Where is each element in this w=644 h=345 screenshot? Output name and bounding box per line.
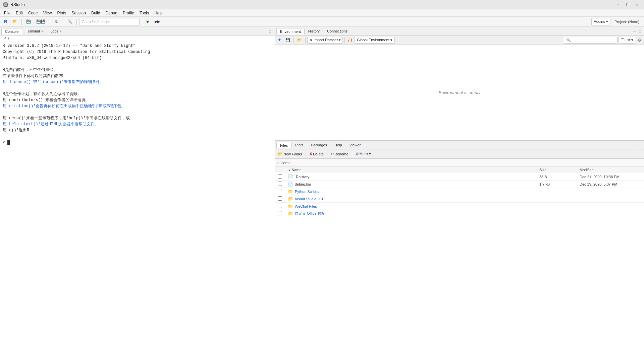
menu-file[interactable]: File — [1, 10, 13, 16]
file-checkbox-cell[interactable] — [275, 181, 285, 188]
env-minimize-icon[interactable]: − — [632, 28, 637, 34]
go-to-file-input[interactable]: Go to file/function — [79, 18, 140, 25]
right-panel: Environment History Connections − □ ✚ — [275, 27, 644, 345]
help-tab[interactable]: Help — [331, 142, 346, 148]
file-checkbox-cell[interactable] — [275, 210, 285, 217]
table-row[interactable]: 📁 Python Scripts — [275, 188, 644, 195]
addins-button[interactable]: Addins ▾ — [591, 18, 610, 25]
find-button[interactable]: 🔍 — [65, 18, 74, 25]
new-script-icon: R — [4, 19, 7, 24]
table-row[interactable]: 📄 debug.log 1.7 kB Dec 19, 2020, 5:07 PM — [275, 181, 644, 188]
file-checkbox-cell[interactable] — [275, 188, 285, 195]
menu-code[interactable]: Code — [25, 10, 41, 16]
table-row[interactable]: 📁 Visual Studio 2019 — [275, 195, 644, 203]
save-all-button[interactable]: 💾💾 — [34, 18, 48, 25]
viewer-tab[interactable]: Viewer — [346, 142, 364, 148]
rename-button[interactable]: ↩ Rename — [329, 151, 350, 157]
env-new-symbol: ✚ — [278, 38, 281, 42]
menu-build[interactable]: Build — [89, 10, 103, 16]
more-button[interactable]: ⚙ More ▾ — [354, 151, 373, 157]
file-checkbox[interactable] — [278, 174, 282, 179]
file-list-container[interactable]: ▲ Name Size Modified — [275, 167, 644, 345]
file-date — [577, 203, 644, 210]
file-name: debug.log — [295, 182, 311, 186]
console-area[interactable]: R version 3.6.2 (2019-12-12) -- "Dark an… — [0, 42, 275, 345]
terminal-tab[interactable]: Terminal × — [22, 28, 47, 34]
file-checkbox[interactable] — [278, 204, 282, 208]
close-button[interactable]: ✕ — [633, 1, 641, 8]
file-name-link[interactable]: 自定义 Office 模板 — [295, 211, 325, 216]
menu-plots[interactable]: Plots — [55, 10, 69, 16]
console-line-4: R是自由软件，不带任何担保。 — [3, 67, 272, 73]
jobs-tab[interactable]: Jobs × — [47, 28, 65, 34]
file-checkbox[interactable] — [278, 182, 282, 186]
new-folder-button[interactable]: 📂 New Folder — [276, 151, 304, 157]
save-icon: 💾 — [26, 19, 31, 24]
console-blank-1 — [3, 61, 272, 67]
source-button[interactable]: ▶▶ — [153, 18, 162, 25]
maximize-button[interactable]: ☐ — [623, 1, 632, 8]
import-dataset-button[interactable]: ▼ Import Dataset ▾ — [307, 37, 343, 44]
history-tab[interactable]: History — [305, 28, 323, 34]
console-line-5: 在某些条件下你可以将其自由散布。 — [3, 73, 272, 79]
console-line-1: R version 3.6.2 (2019-12-12) -- "Dark an… — [3, 43, 272, 49]
modified-header[interactable]: Modified — [577, 167, 644, 173]
name-header-label: Name — [291, 168, 301, 172]
jobs-close-icon[interactable]: × — [60, 29, 62, 33]
save-button[interactable]: 💾 — [24, 18, 33, 25]
env-load-icon[interactable]: 📂 — [296, 37, 304, 44]
table-row[interactable]: 📁 WeChat Files — [275, 203, 644, 210]
env-search-input[interactable]: 🔍 — [564, 37, 618, 44]
files-minimize-icon[interactable]: − — [632, 142, 637, 148]
run-button[interactable]: ▶ — [145, 18, 151, 25]
source-icon: ▶▶ — [155, 19, 160, 24]
size-header[interactable]: Size — [537, 167, 577, 173]
files-maximize-icon[interactable]: □ — [638, 142, 643, 148]
file-checkbox-cell[interactable] — [275, 203, 285, 210]
file-name-link[interactable]: WeChat Files — [295, 204, 317, 208]
delete-button[interactable]: ✘ Delete — [308, 151, 325, 157]
console-line-8: 用'contributors()'来看合作者的详细情况 — [3, 97, 272, 103]
file-checkbox-cell[interactable] — [275, 195, 285, 203]
menu-session[interactable]: Session — [69, 10, 89, 16]
table-row[interactable]: 📁 自定义 Office 模板 — [275, 210, 644, 217]
connections-tab[interactable]: Connections — [323, 28, 351, 34]
terminal-close-icon[interactable]: × — [41, 29, 43, 33]
menu-tools[interactable]: Tools — [137, 10, 152, 16]
packages-tab[interactable]: Packages — [307, 142, 331, 148]
environment-tab[interactable]: Environment — [276, 28, 305, 34]
open-button[interactable]: 📂 — [10, 18, 19, 25]
new-script-button[interactable]: R — [2, 18, 9, 25]
file-size — [537, 195, 577, 203]
menu-help[interactable]: Help — [152, 10, 165, 16]
clear-env-button[interactable]: ⛙ — [346, 37, 354, 44]
env-maximize-icon[interactable]: □ — [638, 28, 643, 34]
file-size — [537, 203, 577, 210]
name-header[interactable]: ▲ Name — [285, 167, 537, 173]
file-icon: 📄 — [288, 174, 293, 179]
print-button[interactable]: 🖶 — [53, 18, 60, 25]
file-name-link[interactable]: Python Scripts — [295, 190, 319, 194]
file-checkbox[interactable] — [278, 211, 282, 215]
env-options-icon[interactable]: ⚙ — [636, 37, 643, 43]
env-new-icon[interactable]: ✚ — [276, 37, 283, 44]
file-checkbox[interactable] — [278, 189, 282, 193]
minimize-button[interactable]: − — [614, 1, 623, 8]
console-tab[interactable]: Console — [1, 28, 22, 34]
list-view-button[interactable]: ☰ List ▾ — [619, 37, 635, 44]
menu-debug[interactable]: Debug — [103, 10, 120, 16]
menu-view[interactable]: View — [41, 10, 55, 16]
file-name-cell: 📄 debug.log — [285, 181, 537, 188]
menu-profile[interactable]: Profile — [120, 10, 137, 16]
env-save-icon[interactable]: 💾 — [284, 37, 292, 44]
files-tab[interactable]: Files — [276, 142, 291, 148]
file-checkbox-cell[interactable] — [275, 173, 285, 181]
console-maximize-icon[interactable]: □ — [267, 28, 273, 34]
table-row[interactable]: 📄 .Rhistory 38 B Dec 21, 2020, 10:38 PM — [275, 173, 644, 181]
file-name-link[interactable]: Visual Studio 2019 — [295, 197, 326, 201]
global-env-selector[interactable]: Global Environment ▾ — [355, 37, 395, 44]
global-env-label: Global Environment ▾ — [357, 38, 392, 42]
plots-tab[interactable]: Plots — [291, 142, 307, 148]
file-checkbox[interactable] — [278, 196, 282, 201]
menu-edit[interactable]: Edit — [13, 10, 25, 16]
